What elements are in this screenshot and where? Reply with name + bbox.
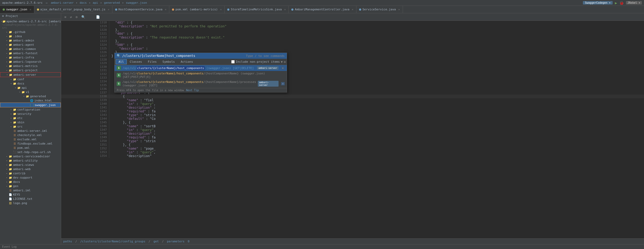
event-log-label[interactable]: Event Log [2,245,16,248]
sidebar-item-keys[interactable]: ▸ 📄 KEYS [0,192,61,197]
sidebar-item-configuration[interactable]: ▸ 📁 configuration [0,107,61,112]
code-editor[interactable]: 1318 "403" : {1319 "description" : "Not … [61,21,644,238]
ac-tab-symbols[interactable]: Symbols [159,59,178,64]
sidebar-item-v1[interactable]: ▾ 📁 v1 [0,90,61,94]
line-content[interactable]: }, [109,28,644,32]
line-content[interactable]: "description" : "The requested resource … [109,36,644,39]
sidebar-item-github[interactable]: ▸ 📁 .github [0,30,61,34]
sidebar-item-license[interactable]: ▸ 📄 LICENSE.txt [0,197,61,201]
ac-non-project-checkbox[interactable] [231,60,235,64]
toolbar-settings[interactable]: ⚙ [74,15,78,19]
tab-ajax-test[interactable]: ajax_default_error_popup_body_test.js ✕ [34,6,112,13]
toolbar-structure[interactable]: ≡ [63,15,67,19]
sidebar-item-generated[interactable]: ▾ 📁 generated [0,94,61,98]
close-tab-pom[interactable]: ✕ [220,8,222,11]
sidebar-item-ambari-admin[interactable]: ▸ 📁 ambari-admin [0,38,61,43]
line-content[interactable]: "500" : { [109,43,644,47]
line-content[interactable]: }, { [109,143,644,147]
sidebar-item-utility[interactable]: ▸ 📁 ambari-utility [0,158,61,163]
line-content[interactable]: { [109,95,644,98]
line-content[interactable]: "name" : "page_ [109,147,644,150]
close-tab-ambari-mgmt[interactable]: ✕ [352,8,353,11]
debug-button[interactable]: 🐞 [619,1,624,5]
sidebar-item-ambari-metrics[interactable]: ▸ 📁 ambari-metrics [0,64,61,68]
link-swagger-json[interactable]: swagger.json [126,1,147,5]
sidebar-item-docs[interactable]: ▾ 📁 docs [0,81,61,86]
sidebar-item-web[interactable]: ▸ 📁 ambari-web [0,167,61,171]
sidebar-item-ambari-infra[interactable]: ▸ 📁 ambari-infra [0,55,61,60]
sidebar-item-logo[interactable]: ▸ 🖼 logo.png [0,201,61,205]
close-tab-swagger[interactable]: ✕ [30,8,31,11]
autocomplete-popup[interactable]: 🔍 Type / to see commands All Classes Fil… [114,53,287,92]
tab-host-component[interactable]: HostComponentService.java ✕ [112,6,170,13]
sidebar-item-api[interactable]: ▾ 📁 api [0,86,61,90]
line-content[interactable]: "in" : "query", [109,128,644,132]
link-ambari-server[interactable]: ambari-server [51,1,74,5]
sidebar-item-contrib[interactable]: ▸ 📁 contrib [0,171,61,175]
status-path[interactable]: /clusters/{clusterName}/config_groups [80,240,145,243]
line-content[interactable]: "required" : fa [109,136,644,139]
sidebar-item-ambari-agent[interactable]: ▸ 📁 ambari-agent [0,43,61,47]
sidebar-item-checkstyle[interactable]: ▸ ☰ checkstyle.xml [0,133,61,137]
line-content[interactable]: "in" : "query", [109,102,644,106]
sidebar-item-findbugs[interactable]: ▸ ☰ findbugs.exclude.xml [0,141,61,146]
line-content[interactable]: "description" : [109,47,644,50]
close-tab-host[interactable]: ✕ [165,8,166,11]
sidebar-item-docs-root[interactable]: ▸ 📁 docs [0,180,61,184]
status-method[interactable]: get [153,240,159,243]
sidebar-item-sbin[interactable]: ▸ 📁 sbin [0,120,61,124]
close-tab-storm[interactable]: ✕ [284,8,286,11]
line-content[interactable]: "description" [109,154,644,158]
sidebar-item-ambari-iml[interactable]: ▸ ☰ ambari.iml [0,188,61,192]
sidebar-item-exclude-xml[interactable]: ▸ ☰ exclude.xml [0,137,61,141]
toolbar-search[interactable]: 🔍 [80,15,86,19]
sidebar-item-etc[interactable]: ▸ 📁 etc [0,116,61,120]
ac-filter-icon[interactable]: ▼ [281,60,283,64]
ac-tab-all[interactable]: All [116,59,127,64]
sidebar-item-serviceadvisor[interactable]: ▸ 📁 ambari-serviceadvisor [0,154,61,158]
sidebar-item-ambari-logsearch[interactable]: ▸ 📁 ambari-logsearch [0,60,61,64]
sidebar-item-gen[interactable]: ▸ 📁 gen [0,184,61,188]
line-content[interactable]: "403" : { [109,21,644,24]
sidebar-item-pom-xml[interactable]: ▸ ☰ pom.xml [0,146,61,150]
ac-result-2[interactable]: G /api/v1/clusters/{clusterName}/host_co… [115,71,287,79]
link-docs[interactable]: docs [80,1,87,5]
line-content[interactable]: "required" : fa [109,109,644,113]
jrebel-badge[interactable]: JRebel ▾ [626,1,642,5]
line-content[interactable]: "type" : "strin [109,113,644,117]
status-paths[interactable]: paths [63,240,72,243]
ac-search-input[interactable] [122,54,244,58]
line-content[interactable]: "name" : "sortB [109,124,644,128]
tab-pom-xml[interactable]: pom.xml (ambari-metrics) ✕ [169,6,225,13]
line-content[interactable]: }, [109,39,644,43]
sidebar-item-ambari-server[interactable]: ▾ 📁 ambari-server [0,72,61,77]
line-content[interactable]: }, { [109,121,644,124]
line-content[interactable]: "description" : [109,106,644,109]
ac-gear-icon[interactable]: ⚙ [284,60,286,64]
line-content[interactable]: "404" : { [109,32,644,36]
sidebar-item-src[interactable]: ▸ 📁 src [0,124,61,129]
sidebar-item-ambari-server-iml[interactable]: ▸ ☰ ambari-server.iml [0,129,61,133]
tab-service-service[interactable]: ServiceService.java ✕ [356,6,403,13]
line-content[interactable]: "description" : "Not permitted to perfor… [109,24,644,28]
sidebar-item-ambari-common[interactable]: ▸ 📁 ambari-common [0,47,61,51]
sidebar-item-swagger-json[interactable]: ▸ { } swagger.json [0,103,61,107]
status-section[interactable]: parameters [167,240,184,243]
sidebar-item-ambari-funtest[interactable]: ▸ 📁 ambari-funtest [0,51,61,55]
swagger-codegen-button[interactable]: SwaggerCodegen ▾ [583,1,613,5]
sidebar-item-idea[interactable]: ▸ 📁 .idea [0,34,61,38]
close-tab-ajax[interactable]: ✕ [108,8,110,11]
sidebar-item-index-html[interactable]: ▸ 🌐 index.html [0,98,61,103]
ac-tab-actions[interactable]: Actions [178,59,196,64]
sidebar-item-security[interactable]: ▸ 📁 security [0,112,61,116]
tree-root[interactable]: ▾ 📁 apache-ambari-2.7.6-src [ambari] [0,19,61,23]
tab-storm[interactable]: StormTimelineMetricsSink.java ✕ [225,6,289,13]
sidebar-item-set-hdp[interactable]: ▸ ⬛ set-hdp-repo-url.sh [0,150,61,154]
sidebar-item-ambari-project[interactable]: ▸ 📁 ambari-project [0,68,61,72]
ac-include-non-project[interactable]: Include non-project items ▼ ⚙ [231,60,286,64]
line-content[interactable]: "in" : "query", [109,150,644,154]
line-content[interactable]: "description" : [109,132,644,136]
line-content[interactable]: "type" : "strin [109,139,644,143]
ac-result-1[interactable]: G /api/v1/clusters/{clusterName}/host_co… [115,65,287,71]
ac-tab-files[interactable]: Files [145,59,159,64]
